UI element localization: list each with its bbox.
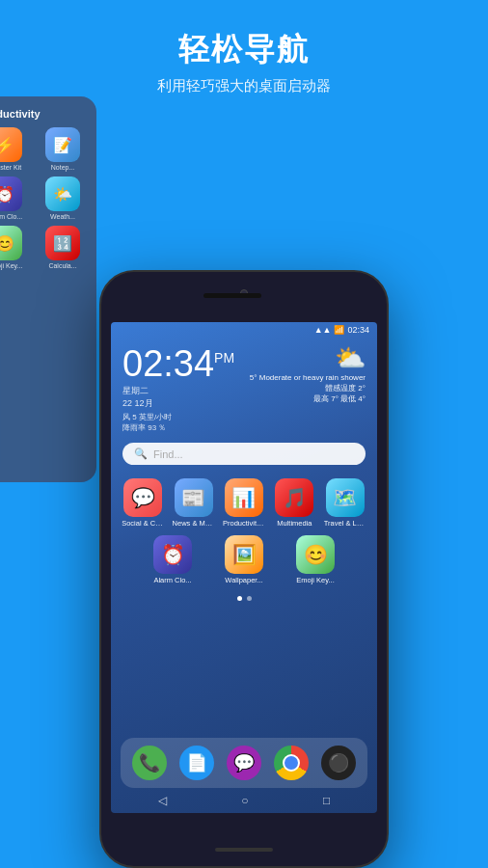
dot-2 [247,596,252,601]
left-panel-app-grid: ⚡ Booster Kit 📝 Notep... ⏰ Alarm Clo... … [0,127,89,269]
app-item[interactable]: 📊 Productivity... [222,478,266,528]
app-label: Social & Co... [122,519,164,528]
phone-screen: ▲▲ 📶 02:34 02:34PM 星期二 22 12月 [111,322,377,813]
app-icon: 💬 [123,478,162,517]
header-title: 轻松导航 [0,29,488,71]
dock-item[interactable] [274,746,309,780]
lp-app-label: Emoji Key... [0,262,22,269]
lp-app-icon: 🌤️ [45,176,80,211]
left-panel-app[interactable]: ⚡ Booster Kit [0,127,31,171]
lp-app-label: Calcula... [48,262,76,269]
page-indicator [111,596,377,601]
lp-app-icon: ⚡ [0,127,22,162]
phone-outer: ▲▲ 📶 02:34 02:34PM 星期二 22 12月 [99,270,389,868]
app-item[interactable]: 😊 Emoji Key... [283,535,348,584]
dock-icon: 💬 [227,746,261,780]
search-placeholder: Find... [153,448,183,460]
app-label: News & Ma... [173,519,215,528]
home-bar [215,848,273,852]
app-icon: 📰 [175,478,213,517]
app-icon: 🗺️ [326,478,365,517]
app-item[interactable]: ⏰ Alarm Clo... [140,535,205,584]
header-subtitle: 利用轻巧强大的桌面启动器 [0,77,488,95]
app-item[interactable]: 💬 Social & Co... [121,478,165,528]
date-info: 星期二 22 12月 风 5 英里/小时 降雨率 93 ％ [122,385,234,433]
app-item[interactable]: 🎵 Multimedia [272,478,316,528]
app-item[interactable]: 📰 News & Ma... [171,478,215,528]
app-label: Alarm Clo... [153,576,191,584]
speaker [203,293,261,298]
app-icon: 🎵 [275,478,313,517]
dock-icon: ⚫ [321,746,356,780]
app-icon: 🖼️ [225,535,263,574]
left-panel-app[interactable]: 🌤️ Weath... [37,176,89,220]
search-bar[interactable]: 🔍 Find... [122,443,366,465]
weekday: 星期二 [122,385,234,397]
app-item[interactable]: 🖼️ Wallpaper... [211,535,277,584]
dock-item[interactable]: 📞 [132,746,167,780]
left-panel-app[interactable]: 😊 Emoji Key... [0,226,31,269]
app-label: Travel & Loc... [324,519,366,528]
back-button[interactable]: ◁ [158,794,167,807]
app-label: Multimedia [277,519,312,528]
lp-app-icon: 📝 [45,127,80,162]
weather-desc: 5° Moderate or heavy rain shower 體感温度 2°… [250,372,366,405]
lp-app-label: Notep... [51,164,75,171]
clock-area: 02:34PM 星期二 22 12月 风 5 英里/小时 降雨率 93 ％ [111,338,377,437]
left-panel-app[interactable]: ⏰ Alarm Clo... [0,176,31,220]
status-bar: ▲▲ 📶 02:34 [111,322,377,338]
status-time: 02:34 [347,325,369,335]
left-panel-app[interactable]: 📝 Notep... [37,127,89,171]
app-icon: 📊 [225,478,263,517]
lp-app-label: Weath... [50,213,75,220]
date: 22 12月 [122,397,234,410]
weather-info: ⛅ 5° Moderate or heavy rain shower 體感温度 … [250,345,366,405]
left-panel: Productivity ⚡ Booster Kit 📝 Notep... ⏰ … [0,96,96,482]
lp-app-label: Alarm Clo... [0,213,22,220]
app-row-2: ⏰ Alarm Clo... 🖼️ Wallpaper... 😊 Emoji K… [111,531,377,588]
recent-button[interactable]: □ [323,794,330,807]
bottom-dock: 📞📄💬⚫ [121,738,367,788]
app-icon: ⏰ [153,535,192,574]
app-label: Wallpaper... [225,576,262,584]
app-icon: 😊 [296,535,335,574]
phone-device: ▲▲ 📶 02:34 02:34PM 星期二 22 12月 [99,270,389,868]
app-label: Productivity... [223,519,265,528]
dock-item[interactable]: ⚫ [321,746,356,780]
lp-app-icon: 😊 [0,226,22,260]
clock-left: 02:34PM 星期二 22 12月 风 5 英里/小时 降雨率 93 ％ [122,345,234,433]
lp-app-icon: ⏰ [0,176,22,211]
signal-icon: 📶 [334,325,344,335]
search-icon: 🔍 [134,448,148,460]
app-row-1: 💬 Social & Co... 📰 News & Ma... 📊 Produc… [111,471,377,531]
dock-icon: 📞 [132,746,167,780]
home-button[interactable]: ○ [241,794,248,807]
dock-item[interactable]: 📄 [179,746,214,780]
lp-app-label: Booster Kit [0,164,21,171]
weather-icon: ⛅ [250,345,366,370]
left-panel-title: Productivity [0,108,89,120]
nav-bar: ◁ ○ □ [121,788,367,813]
dock-icon: 📄 [179,746,214,780]
clock-display: 02:34PM [122,345,234,382]
app-label: Emoji Key... [296,576,334,584]
wifi-icon: ▲▲ [314,325,332,335]
left-panel-app[interactable]: 🔢 Calcula... [37,226,89,269]
lp-app-icon: 🔢 [45,226,80,260]
app-item[interactable]: 🗺️ Travel & Loc... [323,478,367,528]
chrome-icon [274,746,309,780]
dot-1 [237,596,242,601]
dock-item[interactable]: 💬 [227,746,261,780]
wind-info: 风 5 英里/小时 降雨率 93 ％ [122,412,234,433]
